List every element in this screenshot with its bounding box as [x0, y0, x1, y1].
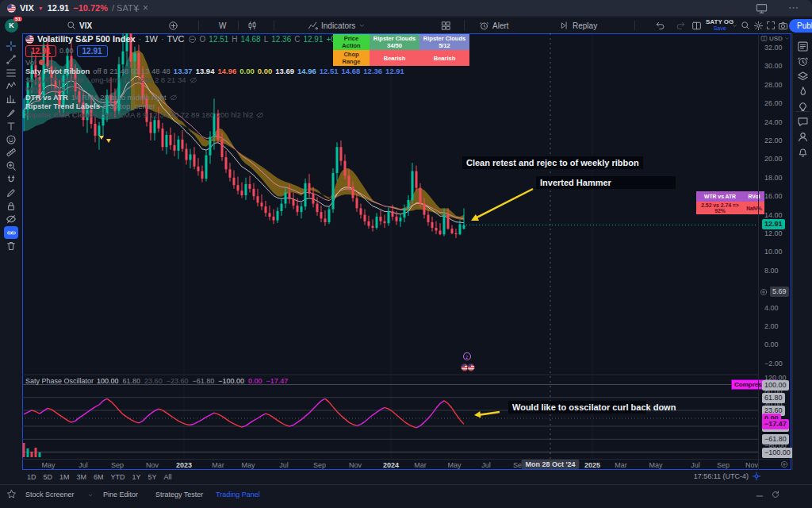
star-icon[interactable]: [6, 489, 17, 499]
chart-legend-title[interactable]: Volatility S&P 500 Index · 1W · TVC O12.…: [25, 35, 381, 44]
indicator-row-saty-atr-levels[interactable]: Saty ATR LevelsLong-term 14 0.236 2 8 21…: [25, 75, 197, 84]
time-axis[interactable]: MayJulSepNov2023MarMayJulSepNov2024MarMa…: [22, 459, 758, 471]
support-icon[interactable]: [796, 130, 810, 143]
clock[interactable]: 17:56:11 (UTC-4): [694, 472, 749, 480]
range-ytd[interactable]: YTD: [111, 473, 125, 481]
interval-button[interactable]: W: [219, 17, 226, 33]
indicator-value: 14.96: [217, 67, 236, 75]
templates-button[interactable]: [441, 17, 451, 33]
layout-name[interactable]: SATY OG Save: [706, 19, 733, 32]
quick-search-button[interactable]: [741, 17, 750, 33]
range-5y[interactable]: 5Y: [148, 473, 157, 481]
range-1m[interactable]: 1M: [59, 473, 70, 481]
layout-button[interactable]: [691, 17, 702, 33]
symbol-search[interactable]: VIX: [67, 17, 92, 33]
indicator-row-saty-pivot-ribbon[interactable]: Saty Pivot Ribbonoff 8 21 48 60 13 48 48…: [25, 67, 404, 75]
range-1y[interactable]: 1Y: [132, 473, 141, 481]
range-6m[interactable]: 6M: [94, 473, 104, 481]
osc-level-label: −61.80: [762, 434, 789, 444]
indicator-row-ripster-ema-clouds[interactable]: Ripster EMA CloudsEMA EMA 8 9 12 34 50 7…: [25, 110, 264, 119]
volume-legend-row[interactable]: Vol: [25, 58, 44, 67]
tab-strategy-tester[interactable]: Strategy Tester: [155, 491, 203, 498]
undo-button[interactable]: [655, 17, 665, 33]
svg-text:2: 2: [465, 355, 469, 360]
level-settings-icon[interactable]: [760, 288, 768, 296]
range-5d[interactable]: 5D: [44, 473, 53, 481]
chat-icon[interactable]: [796, 115, 810, 128]
trend-tool[interactable]: [4, 53, 18, 66]
annotation-retest[interactable]: Clean retest and rejec to of weekly ribb…: [462, 156, 643, 169]
time-label: Jul: [279, 461, 289, 469]
bell-icon[interactable]: [796, 145, 810, 158]
annotation-oscillator[interactable]: Would like to osscilator curl back down: [508, 401, 646, 414]
minimize-panel-icon[interactable]: [755, 491, 764, 501]
indicator-row-key-levels[interactable]: Key Levels: [25, 84, 76, 93]
axis-settings-icon[interactable]: [780, 460, 788, 468]
zoomin-tool[interactable]: [4, 160, 18, 172]
axis-mode-icon[interactable]: [760, 35, 768, 42]
price-axis[interactable]: USD 32.0030.0028.0026.0024.0022.0020.001…: [758, 33, 792, 459]
close-icon[interactable]: ×: [143, 2, 148, 13]
eye-off-icon[interactable]: [190, 76, 197, 84]
monitor-icon[interactable]: [756, 2, 768, 14]
range-3m[interactable]: 3M: [77, 473, 87, 481]
pattern-tool[interactable]: [4, 79, 18, 92]
fullscreen-button[interactable]: [766, 17, 776, 33]
layout-caret[interactable]: [731, 17, 738, 33]
crosshair-tool[interactable]: [4, 40, 18, 52]
eyeoff-tool[interactable]: [4, 213, 18, 225]
indicator-row-ripster-trend-labels[interactable]: Ripster Trend Labels9 30 top_center: [25, 102, 155, 110]
pencil-tool[interactable]: [4, 187, 18, 199]
alert-button[interactable]: Alert: [479, 17, 509, 33]
annotation-inverted-hammer[interactable]: Inverted Hammer: [536, 176, 676, 189]
flame-icon[interactable]: [796, 85, 810, 98]
alarm-icon[interactable]: [796, 55, 810, 67]
collapse-icon[interactable]: [188, 35, 197, 44]
fib-tool[interactable]: [4, 67, 18, 79]
emoji-tool[interactable]: [4, 133, 18, 146]
restore-panel-icon[interactable]: [771, 490, 780, 499]
link-tool[interactable]: [4, 226, 18, 239]
range-all[interactable]: All: [164, 473, 172, 481]
replay-button[interactable]: Replay: [560, 17, 597, 33]
buy-button[interactable]: 12.91: [77, 45, 108, 57]
publish-button[interactable]: Publish: [789, 17, 812, 33]
indicator-row-dtr-vs-atr[interactable]: DTR vs ATR14 RMA 20 auto middle right: [25, 93, 178, 102]
eye-off-icon[interactable]: [256, 111, 264, 119]
brush-tool[interactable]: [4, 106, 18, 119]
lock-tool[interactable]: [4, 200, 18, 213]
chart-style-button[interactable]: [247, 17, 258, 33]
text-tool[interactable]: [4, 120, 18, 133]
grid-icon: [441, 21, 451, 31]
axis-label: −2.00: [764, 359, 783, 368]
oscillator-legend[interactable]: Saty Phase Oscillator 100.0061.8023.60−2…: [25, 377, 288, 386]
settings-button[interactable]: [753, 17, 764, 33]
oscillator-value: −100.00: [218, 377, 244, 386]
new-tab-button[interactable]: +: [133, 2, 140, 15]
user-avatar[interactable]: K 51: [5, 17, 18, 33]
layers-icon[interactable]: [796, 70, 810, 83]
ruler-tool[interactable]: [4, 146, 18, 159]
save-label[interactable]: Save: [714, 25, 726, 32]
snapshot-button[interactable]: [778, 17, 788, 33]
more-menu-icon[interactable]: ⋯: [788, 2, 799, 13]
indicators-button[interactable]: Indicators: [308, 17, 366, 33]
scroll-to-recent-icon[interactable]: [752, 471, 761, 481]
tab-pine-editor[interactable]: Pine Editor: [103, 491, 138, 498]
range-1d[interactable]: 1D: [27, 473, 36, 481]
forecast-tool[interactable]: [4, 93, 18, 106]
tab-stock-screener[interactable]: Stock Screener: [25, 491, 75, 498]
tab-trading-panel[interactable]: Trading Panel: [216, 491, 260, 498]
eye-off-icon[interactable]: [170, 94, 178, 102]
sell-button[interactable]: 12.91: [25, 45, 56, 57]
eye-off-icon[interactable]: [68, 85, 76, 93]
compare-button[interactable]: [168, 17, 178, 33]
trash-tool[interactable]: [4, 240, 18, 252]
volume-dot-icon: [39, 60, 44, 65]
magnet-tool[interactable]: [4, 173, 18, 186]
redo-button[interactable]: [676, 17, 686, 33]
us-flag-icon: [7, 4, 16, 13]
currency-label[interactable]: USD: [769, 35, 783, 42]
watchlist-icon[interactable]: [796, 40, 810, 52]
chart-tab[interactable]: VIX ▼ 12.91 −10.72% / SATY ×: [0, 0, 812, 16]
